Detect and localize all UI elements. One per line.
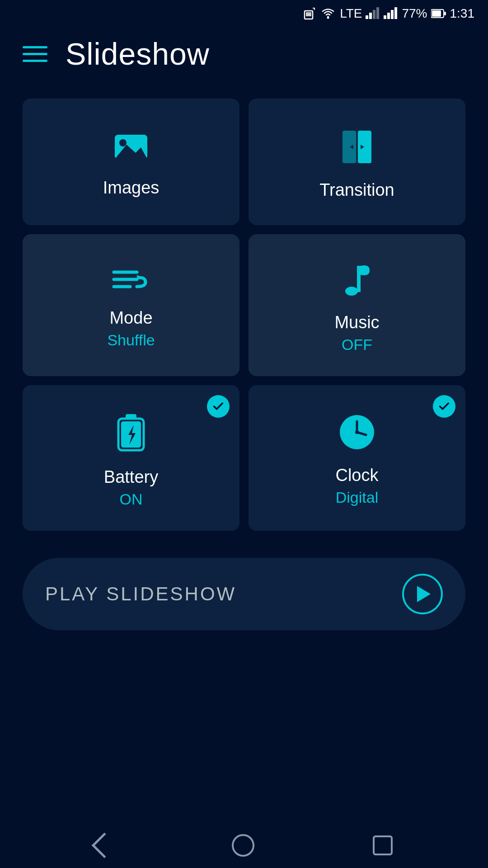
hamburger-line-1 <box>23 46 47 48</box>
lte-phone-icon <box>303 7 316 20</box>
images-card[interactable]: Images <box>23 99 239 225</box>
svg-rect-32 <box>126 414 136 420</box>
svg-point-19 <box>119 139 127 146</box>
clock-card[interactable]: Clock Digital <box>249 385 465 531</box>
status-icons: LTE 77% 1:31 <box>303 6 474 21</box>
svg-rect-1 <box>306 12 311 16</box>
play-area: PLAY SLIDESHOW <box>23 558 465 630</box>
music-icon <box>344 261 370 299</box>
play-circle-icon <box>402 574 443 614</box>
svg-rect-5 <box>373 10 375 19</box>
header: Slideshow <box>0 27 488 80</box>
svg-rect-13 <box>444 12 446 15</box>
svg-point-37 <box>355 430 359 434</box>
svg-rect-10 <box>394 7 397 19</box>
hamburger-line-2 <box>23 53 47 55</box>
battery-checkmark-icon <box>212 400 225 413</box>
battery-icon <box>116 412 146 454</box>
images-icon <box>113 131 149 165</box>
signal2-icon <box>384 7 398 20</box>
svg-rect-8 <box>387 13 390 19</box>
svg-rect-20 <box>343 131 356 163</box>
battery-label: Battery <box>104 467 158 487</box>
clock-label: Clock <box>335 466 378 485</box>
transition-card[interactable]: Transition <box>249 99 465 225</box>
cards-grid: Images Transition <box>0 90 488 540</box>
page-title: Slideshow <box>66 36 210 71</box>
svg-rect-3 <box>366 15 368 19</box>
wifi-icon <box>320 7 336 20</box>
music-label: Music <box>334 313 379 332</box>
status-bar: LTE 77% 1:31 <box>0 0 488 27</box>
battery-sublabel: ON <box>120 491 143 508</box>
music-card[interactable]: Music OFF <box>249 234 465 376</box>
svg-rect-7 <box>384 15 386 19</box>
lte-label: LTE <box>340 6 362 21</box>
svg-rect-21 <box>358 131 371 163</box>
play-button-label: PLAY SLIDESHOW <box>45 583 236 605</box>
battery-check-badge <box>207 395 230 418</box>
play-triangle-icon <box>417 586 431 602</box>
home-button[interactable] <box>232 834 254 857</box>
mode-icon <box>112 266 150 295</box>
svg-rect-30 <box>357 266 361 292</box>
recents-button[interactable] <box>373 835 393 855</box>
menu-button[interactable] <box>23 46 47 62</box>
clock-checkmark-icon <box>438 400 450 413</box>
back-button[interactable] <box>92 833 117 859</box>
svg-point-2 <box>327 17 329 19</box>
battery-percent: 77% <box>402 6 427 21</box>
hamburger-line-3 <box>23 60 47 62</box>
svg-rect-9 <box>391 10 394 19</box>
clock-sublabel: Digital <box>336 489 378 506</box>
signal-icon <box>366 7 380 20</box>
svg-rect-6 <box>376 7 379 19</box>
svg-rect-12 <box>432 10 441 17</box>
mode-label: Mode <box>109 308 152 328</box>
clock-icon <box>339 414 375 452</box>
transition-icon <box>341 129 373 167</box>
time-display: 1:31 <box>450 6 475 21</box>
svg-marker-28 <box>137 275 141 280</box>
images-label: Images <box>103 178 160 198</box>
clock-check-badge <box>433 395 455 418</box>
play-slideshow-button[interactable]: PLAY SLIDESHOW <box>23 558 465 630</box>
nav-bar <box>0 823 488 868</box>
svg-rect-4 <box>369 13 372 19</box>
transition-label: Transition <box>319 180 394 200</box>
mode-sublabel: Shuffle <box>107 331 155 349</box>
battery-card[interactable]: Battery ON <box>23 385 239 531</box>
music-sublabel: OFF <box>342 336 372 354</box>
battery-status-icon <box>431 8 446 19</box>
svg-point-29 <box>345 287 358 296</box>
mode-card[interactable]: Mode Shuffle <box>23 234 239 376</box>
